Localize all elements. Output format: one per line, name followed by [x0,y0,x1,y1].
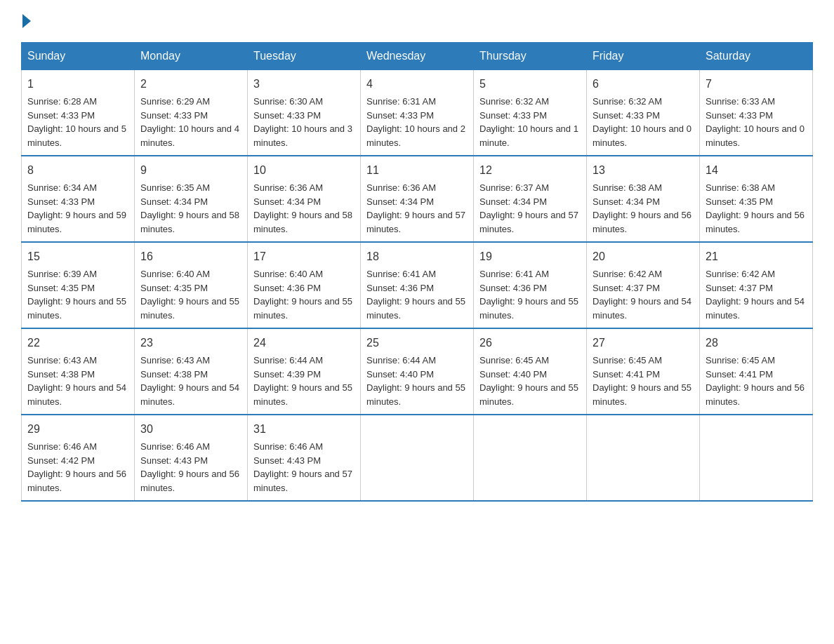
calendar-cell: 30 Sunrise: 6:46 AMSunset: 4:43 PMDaylig… [135,415,248,501]
day-number: 18 [366,248,468,265]
calendar-cell: 10 Sunrise: 6:36 AMSunset: 4:34 PMDaylig… [248,156,361,242]
weekday-header-tuesday: Tuesday [248,43,361,70]
calendar-header: SundayMondayTuesdayWednesdayThursdayFrid… [22,43,813,70]
day-info: Sunrise: 6:35 AMSunset: 4:34 PMDaylight:… [140,182,239,234]
day-number: 25 [366,335,468,351]
day-number: 12 [479,162,581,179]
calendar-cell: 1 Sunrise: 6:28 AMSunset: 4:33 PMDayligh… [22,70,135,156]
day-info: Sunrise: 6:44 AMSunset: 4:39 PMDaylight:… [253,355,352,407]
calendar-cell [474,415,587,501]
day-info: Sunrise: 6:38 AMSunset: 4:34 PMDaylight:… [593,182,691,234]
page-header [21,14,813,28]
calendar-cell: 23 Sunrise: 6:43 AMSunset: 4:38 PMDaylig… [135,328,248,415]
calendar-cell: 31 Sunrise: 6:46 AMSunset: 4:43 PMDaylig… [248,415,361,501]
day-info: Sunrise: 6:32 AMSunset: 4:33 PMDaylight:… [479,96,578,148]
day-info: Sunrise: 6:41 AMSunset: 4:36 PMDaylight:… [479,269,578,321]
day-info: Sunrise: 6:45 AMSunset: 4:40 PMDaylight:… [479,355,578,407]
day-info: Sunrise: 6:43 AMSunset: 4:38 PMDaylight:… [27,355,126,407]
calendar-week-row: 15 Sunrise: 6:39 AMSunset: 4:35 PMDaylig… [22,242,813,328]
weekday-header-row: SundayMondayTuesdayWednesdayThursdayFrid… [22,43,813,70]
day-info: Sunrise: 6:46 AMSunset: 4:42 PMDaylight:… [27,441,126,493]
calendar-cell: 3 Sunrise: 6:30 AMSunset: 4:33 PMDayligh… [248,70,361,156]
day-info: Sunrise: 6:40 AMSunset: 4:35 PMDaylight:… [140,269,239,321]
day-number: 27 [593,335,694,351]
day-number: 20 [593,248,694,265]
logo [21,14,32,28]
calendar-cell [587,415,700,501]
calendar-cell: 7 Sunrise: 6:33 AMSunset: 4:33 PMDayligh… [700,70,813,156]
day-info: Sunrise: 6:38 AMSunset: 4:35 PMDaylight:… [706,182,805,234]
day-info: Sunrise: 6:40 AMSunset: 4:36 PMDaylight:… [253,269,352,321]
logo-arrow-icon [22,14,31,28]
day-info: Sunrise: 6:29 AMSunset: 4:33 PMDaylight:… [140,96,239,148]
day-number: 24 [253,335,355,351]
day-number: 17 [253,248,355,265]
calendar-cell: 4 Sunrise: 6:31 AMSunset: 4:33 PMDayligh… [361,70,474,156]
calendar-cell: 24 Sunrise: 6:44 AMSunset: 4:39 PMDaylig… [248,328,361,415]
day-number: 29 [27,421,128,438]
calendar-cell: 12 Sunrise: 6:37 AMSunset: 4:34 PMDaylig… [474,156,587,242]
weekday-header-saturday: Saturday [700,43,813,70]
day-number: 31 [253,421,355,438]
calendar-cell [361,415,474,501]
day-info: Sunrise: 6:45 AMSunset: 4:41 PMDaylight:… [706,355,805,407]
day-info: Sunrise: 6:39 AMSunset: 4:35 PMDaylight:… [27,269,126,321]
day-number: 7 [706,76,807,93]
calendar-cell: 29 Sunrise: 6:46 AMSunset: 4:42 PMDaylig… [22,415,135,501]
calendar-week-row: 29 Sunrise: 6:46 AMSunset: 4:42 PMDaylig… [22,415,813,501]
calendar-cell: 27 Sunrise: 6:45 AMSunset: 4:41 PMDaylig… [587,328,700,415]
day-number: 22 [27,335,128,351]
calendar-cell: 22 Sunrise: 6:43 AMSunset: 4:38 PMDaylig… [22,328,135,415]
day-number: 13 [593,162,694,179]
day-info: Sunrise: 6:33 AMSunset: 4:33 PMDaylight:… [706,96,805,148]
calendar-cell: 16 Sunrise: 6:40 AMSunset: 4:35 PMDaylig… [135,242,248,328]
day-number: 15 [27,248,128,265]
weekday-header-monday: Monday [135,43,248,70]
day-info: Sunrise: 6:42 AMSunset: 4:37 PMDaylight:… [706,269,805,321]
day-info: Sunrise: 6:28 AMSunset: 4:33 PMDaylight:… [27,96,126,148]
day-info: Sunrise: 6:37 AMSunset: 4:34 PMDaylight:… [479,182,578,234]
day-number: 23 [140,335,241,351]
day-number: 21 [706,248,807,265]
day-number: 5 [479,76,581,93]
calendar-cell: 6 Sunrise: 6:32 AMSunset: 4:33 PMDayligh… [587,70,700,156]
day-number: 1 [27,76,128,93]
calendar-table: SundayMondayTuesdayWednesdayThursdayFrid… [21,42,813,502]
calendar-cell: 26 Sunrise: 6:45 AMSunset: 4:40 PMDaylig… [474,328,587,415]
day-number: 16 [140,248,241,265]
calendar-cell: 17 Sunrise: 6:40 AMSunset: 4:36 PMDaylig… [248,242,361,328]
day-number: 19 [479,248,581,265]
weekday-header-thursday: Thursday [474,43,587,70]
day-info: Sunrise: 6:44 AMSunset: 4:40 PMDaylight:… [366,355,465,407]
day-number: 2 [140,76,241,93]
calendar-cell: 14 Sunrise: 6:38 AMSunset: 4:35 PMDaylig… [700,156,813,242]
calendar-cell: 18 Sunrise: 6:41 AMSunset: 4:36 PMDaylig… [361,242,474,328]
calendar-cell: 15 Sunrise: 6:39 AMSunset: 4:35 PMDaylig… [22,242,135,328]
calendar-cell: 19 Sunrise: 6:41 AMSunset: 4:36 PMDaylig… [474,242,587,328]
weekday-header-sunday: Sunday [22,43,135,70]
calendar-cell: 2 Sunrise: 6:29 AMSunset: 4:33 PMDayligh… [135,70,248,156]
day-number: 6 [593,76,694,93]
calendar-cell [700,415,813,501]
day-info: Sunrise: 6:36 AMSunset: 4:34 PMDaylight:… [366,182,465,234]
day-info: Sunrise: 6:36 AMSunset: 4:34 PMDaylight:… [253,182,352,234]
day-number: 9 [140,162,241,179]
calendar-cell: 5 Sunrise: 6:32 AMSunset: 4:33 PMDayligh… [474,70,587,156]
day-number: 3 [253,76,355,93]
calendar-cell: 11 Sunrise: 6:36 AMSunset: 4:34 PMDaylig… [361,156,474,242]
day-info: Sunrise: 6:31 AMSunset: 4:33 PMDaylight:… [366,96,465,148]
calendar-cell: 28 Sunrise: 6:45 AMSunset: 4:41 PMDaylig… [700,328,813,415]
day-number: 26 [479,335,581,351]
day-number: 10 [253,162,355,179]
day-info: Sunrise: 6:41 AMSunset: 4:36 PMDaylight:… [366,269,465,321]
day-info: Sunrise: 6:34 AMSunset: 4:33 PMDaylight:… [27,182,126,234]
day-info: Sunrise: 6:46 AMSunset: 4:43 PMDaylight:… [253,441,352,493]
day-info: Sunrise: 6:30 AMSunset: 4:33 PMDaylight:… [253,96,352,148]
calendar-week-row: 1 Sunrise: 6:28 AMSunset: 4:33 PMDayligh… [22,70,813,156]
day-number: 4 [366,76,468,93]
calendar-cell: 21 Sunrise: 6:42 AMSunset: 4:37 PMDaylig… [700,242,813,328]
calendar-cell: 20 Sunrise: 6:42 AMSunset: 4:37 PMDaylig… [587,242,700,328]
day-info: Sunrise: 6:45 AMSunset: 4:41 PMDaylight:… [593,355,691,407]
day-info: Sunrise: 6:32 AMSunset: 4:33 PMDaylight:… [593,96,691,148]
calendar-week-row: 8 Sunrise: 6:34 AMSunset: 4:33 PMDayligh… [22,156,813,242]
